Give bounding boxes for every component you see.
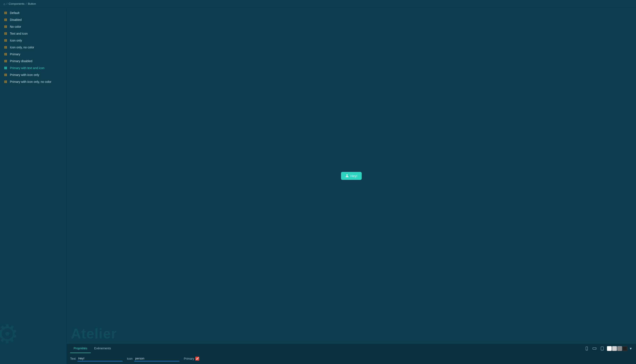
sidebar-item-icon-only-no-color[interactable]: Icon only, no color	[0, 44, 66, 51]
home-icon[interactable]: ⌂	[4, 2, 5, 6]
sidebar-item-no-color[interactable]: No color	[0, 23, 66, 30]
brand-text: Atelier	[71, 326, 117, 342]
tablet-landscape-button[interactable]	[592, 346, 598, 352]
sidebar-label-default: Default	[10, 11, 19, 15]
canvas-area: Atelier Hey!	[67, 8, 636, 344]
sidebar-label-primary-with-icon-only-no-color: Primary with icon only, no color	[10, 80, 52, 84]
sidebar-item-icon-only[interactable]: Icon only	[0, 37, 66, 44]
sidebar: Default Disabled No color Text and icon	[0, 8, 67, 364]
sidebar-label-primary-with-text-and-icon: Primary with text and icon	[10, 66, 44, 70]
panel-tabs-row: Propriétés Evènements	[67, 344, 636, 353]
sidebar-watermark: ⚙	[0, 321, 19, 347]
demo-primary-button[interactable]: Hey!	[341, 172, 362, 180]
sidebar-label-text-and-icon: Text and icon	[10, 32, 28, 35]
svg-point-5	[602, 350, 602, 350]
sidebar-label-primary: Primary	[10, 52, 20, 56]
icon-field-group: Icon	[127, 356, 180, 362]
sidebar-item-default[interactable]: Default	[0, 10, 66, 16]
breadcrumb-separator-1: /	[6, 2, 7, 6]
person-icon	[345, 174, 349, 178]
text-field-input[interactable]	[78, 356, 123, 362]
text-field-group: Text	[70, 356, 123, 362]
sidebar-label-primary-disabled: Primary disabled	[10, 60, 32, 63]
storybook-icon-icon-only	[4, 39, 8, 42]
storybook-icon-no-color	[4, 25, 8, 28]
storybook-icon-text-and-icon	[4, 32, 8, 35]
primary-field-group: Primary	[184, 357, 199, 360]
panel-toolbar: ▾	[584, 345, 632, 352]
breadcrumb-components[interactable]: Components	[8, 2, 24, 6]
sidebar-label-disabled: Disabled	[10, 18, 22, 22]
storybook-icon-primary	[4, 52, 8, 56]
swatch-white[interactable]	[607, 346, 612, 351]
sidebar-item-primary[interactable]: Primary	[0, 51, 66, 58]
primary-checkbox-label: Primary	[184, 357, 199, 360]
storybook-icon-primary-disabled	[4, 60, 8, 63]
sidebar-label-icon-only-no-color: Icon only, no color	[10, 46, 34, 49]
storybook-icon-primary-with-icon-only	[4, 73, 8, 76]
tablet-portrait-icon	[600, 346, 604, 351]
storybook-icon-primary-with-text-and-icon	[4, 66, 8, 70]
icon-field-label: Icon	[127, 357, 132, 360]
text-field-label: Text	[70, 357, 76, 360]
sidebar-label-icon-only: Icon only	[10, 39, 22, 42]
sidebar-item-primary-with-icon-only[interactable]: Primary with icon only	[0, 72, 66, 78]
svg-point-1	[586, 350, 587, 350]
tablet-landscape-icon	[592, 346, 597, 351]
icon-field-input[interactable]	[134, 356, 180, 362]
properties-panel: Propriétés Evènements	[67, 344, 636, 364]
storybook-icon-icon-only-no-color	[4, 46, 8, 49]
breadcrumb-bar: ⌂ / Components / Button	[0, 0, 636, 8]
swatch-black[interactable]	[622, 346, 627, 351]
storybook-icon-primary-with-icon-only-no-color	[4, 80, 8, 84]
storybook-icon-default	[4, 11, 8, 15]
swatch-gray[interactable]	[617, 346, 622, 351]
sidebar-label-no-color: No color	[10, 25, 21, 28]
primary-checkbox[interactable]	[195, 357, 199, 360]
tab-evenements[interactable]: Evènements	[91, 344, 114, 353]
sidebar-item-primary-with-text-and-icon[interactable]: Primary with text and icon	[0, 64, 66, 72]
panel-chevron-button[interactable]: ▾	[629, 345, 632, 352]
tab-proprietes[interactable]: Propriétés	[70, 344, 91, 353]
breadcrumb-separator-2: /	[26, 2, 27, 6]
breadcrumb-button[interactable]: Button	[28, 2, 36, 6]
storybook-icon-disabled	[4, 18, 8, 22]
panel-tabs: Propriétés Evènements	[70, 344, 114, 353]
demo-button-text: Hey!	[350, 174, 357, 178]
mobile-view-button[interactable]	[584, 346, 590, 352]
sidebar-label-primary-with-icon-only: Primary with icon only	[10, 73, 39, 76]
primary-label-text: Primary	[184, 357, 194, 360]
sidebar-item-disabled[interactable]: Disabled	[0, 16, 66, 23]
color-swatches	[607, 346, 627, 351]
tablet-portrait-button[interactable]	[599, 346, 605, 352]
sidebar-item-primary-with-icon-only-no-color[interactable]: Primary with icon only, no color	[0, 78, 66, 85]
brand-watermark: Atelier	[67, 324, 636, 344]
properties-fields: Text Icon Primary	[67, 353, 636, 364]
swatch-light-gray[interactable]	[612, 346, 617, 351]
svg-point-3	[596, 348, 596, 349]
mobile-icon	[584, 346, 589, 351]
main-layout: Default Disabled No color Text and icon	[0, 8, 636, 364]
sidebar-item-primary-disabled[interactable]: Primary disabled	[0, 58, 66, 64]
content-area: Atelier Hey! Propriétés Evènements	[67, 8, 636, 364]
sidebar-item-text-and-icon[interactable]: Text and icon	[0, 30, 66, 37]
